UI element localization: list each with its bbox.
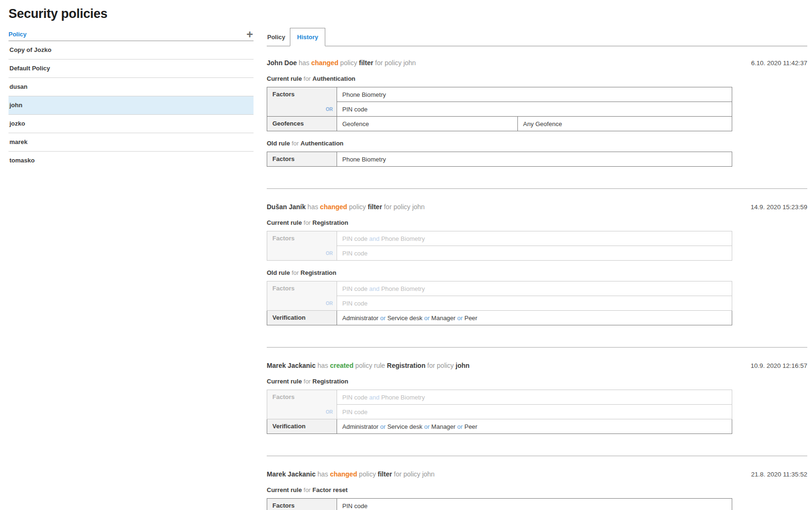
- rule-cell: Any Geofence: [518, 117, 732, 131]
- text-segment: changed: [330, 470, 357, 478]
- text-segment: or: [457, 314, 463, 322]
- entry-message: Marek Jackanic has created policy rule R…: [267, 362, 470, 369]
- entry-message: John Doe has changed policy filter for p…: [267, 59, 416, 67]
- rule-row-label: Verification: [267, 311, 337, 325]
- text-segment: Any Geofence: [523, 120, 562, 128]
- entry-timestamp: 21.8. 2020 11:35:52: [751, 471, 807, 478]
- text-segment: has: [305, 203, 320, 211]
- tab-bar: PolicyHistory: [267, 28, 807, 46]
- text-segment: Manager: [430, 314, 457, 322]
- text-segment: Old rule: [267, 269, 290, 276]
- rule-table: FactorsORPIN code and Phone BiometryPIN …: [267, 231, 732, 261]
- entry-header: Dušan Janík has changed policy filter fo…: [267, 203, 807, 211]
- rule-row-label-text: Geofences: [272, 120, 304, 127]
- text-segment: for policy: [425, 362, 456, 369]
- text-segment: Current rule: [267, 378, 302, 385]
- sidebar-item-copy-of-jozko[interactable]: Copy of Jozko: [8, 41, 254, 60]
- text-segment: PIN code: [342, 285, 369, 292]
- rule-row-label: Verification: [267, 419, 337, 434]
- rule-row-label-text: Factors: [272, 502, 295, 509]
- rule-table: FactorsORPIN code and Phone BiometryPIN …: [267, 390, 732, 434]
- add-policy-button[interactable]: +: [246, 30, 254, 39]
- page-layout: Policy + Copy of JozkoDefault Policydusa…: [8, 28, 807, 510]
- text-segment: PIN code: [342, 235, 369, 242]
- entry-separator: [267, 456, 807, 456]
- page-title: Security policies: [8, 7, 807, 21]
- text-segment: Registration: [313, 378, 348, 385]
- rule-cell: Administrator or Service desk or Manager…: [337, 419, 732, 434]
- text-segment: Current rule: [267, 219, 302, 226]
- entry-header: Marek Jackanic has created policy rule R…: [267, 362, 807, 369]
- text-segment: Registration: [301, 269, 337, 276]
- text-segment: or: [424, 314, 430, 322]
- text-segment: Service desk: [386, 314, 424, 322]
- rule-cell: PIN code: [337, 102, 732, 117]
- text-segment: Current rule: [267, 486, 302, 493]
- entry-message: Marek Jackanic has changed policy filter…: [267, 470, 435, 478]
- text-segment: Administrator: [342, 314, 380, 322]
- text-segment: has: [297, 59, 311, 67]
- text-segment: changed: [311, 59, 338, 67]
- security-policies-page: Security policies Policy + Copy of Jozko…: [0, 0, 812, 510]
- rule-caption: Current rule for Registration: [267, 219, 807, 226]
- history-entry: Dušan Janík has changed policy filter fo…: [267, 203, 807, 325]
- policy-list-header: Policy +: [8, 28, 254, 41]
- text-segment: for: [290, 269, 300, 276]
- rule-cell: PIN code: [337, 499, 732, 510]
- or-connector: OR: [326, 107, 333, 112]
- tab-history[interactable]: History: [290, 28, 325, 46]
- tab-policy[interactable]: Policy: [267, 28, 290, 46]
- or-connector: OR: [326, 301, 333, 306]
- text-segment: policy: [347, 203, 368, 211]
- rule-row-label-text: Factors: [272, 285, 295, 292]
- entry-header: Marek Jackanic has changed policy filter…: [267, 470, 807, 478]
- rule-table: FactorsORPhone BiometryPIN codeGeofences…: [267, 87, 732, 131]
- text-segment: John Doe: [267, 59, 297, 67]
- text-segment: for policy john: [382, 203, 424, 211]
- text-segment: for: [302, 219, 312, 226]
- text-segment: for policy john: [392, 470, 434, 478]
- entry-message: Dušan Janík has changed policy filter fo…: [267, 203, 425, 211]
- text-segment: john: [456, 362, 470, 369]
- sidebar-item-marek[interactable]: marek: [8, 133, 254, 152]
- text-segment: Phone Biometry: [380, 285, 425, 292]
- text-segment: PIN code: [342, 502, 367, 510]
- text-segment: Administrator: [342, 423, 380, 430]
- rule-row-label-text: Factors: [272, 155, 295, 162]
- rule-caption: Current rule for Authentication: [267, 75, 807, 82]
- rule-caption: Current rule for Factor reset: [267, 486, 807, 493]
- rule-row-label-text: Factors: [272, 235, 295, 242]
- history-list: John Doe has changed policy filter for p…: [267, 59, 807, 510]
- text-segment: Phone Biometry: [342, 156, 386, 163]
- sidebar-item-john[interactable]: john: [8, 96, 254, 115]
- sidebar-list: Copy of JozkoDefault Policydusanjohnjozk…: [8, 41, 254, 170]
- text-segment: policy: [338, 59, 359, 67]
- sidebar-item-dusan[interactable]: dusan: [8, 78, 254, 96]
- text-segment: Phone Biometry: [342, 91, 386, 98]
- rule-row-label: FactorsOR: [267, 231, 337, 261]
- entry-timestamp: 14.9. 2020 15:23:59: [751, 204, 807, 211]
- rule-cell: Geofence: [337, 117, 518, 131]
- sidebar-item-tomasko[interactable]: tomasko: [8, 152, 254, 170]
- text-segment: Service desk: [386, 423, 424, 430]
- text-segment: Authentication: [301, 140, 344, 147]
- rule-cell: Phone Biometry: [337, 152, 732, 167]
- text-segment: or: [380, 314, 386, 322]
- rule-cell: PIN code: [337, 405, 732, 419]
- entry-separator: [267, 188, 807, 189]
- rule-cell: PIN code: [337, 246, 732, 261]
- text-segment: Authentication: [313, 75, 355, 82]
- sidebar-item-default-policy[interactable]: Default Policy: [8, 60, 254, 78]
- sidebar-item-jozko[interactable]: jozko: [8, 115, 254, 133]
- text-segment: Phone Biometry: [380, 235, 425, 242]
- rule-row-label: FactorsOR: [267, 390, 337, 419]
- history-entry: John Doe has changed policy filter for p…: [267, 59, 807, 167]
- text-segment: changed: [320, 203, 347, 211]
- text-segment: Peer: [463, 314, 477, 322]
- rule-row-label-text: Verification: [272, 423, 305, 430]
- text-segment: Phone Biometry: [380, 394, 425, 401]
- text-segment: filter: [368, 203, 382, 211]
- text-segment: for: [290, 140, 300, 147]
- text-segment: or: [380, 423, 386, 430]
- history-entry: Marek Jackanic has changed policy filter…: [267, 470, 807, 510]
